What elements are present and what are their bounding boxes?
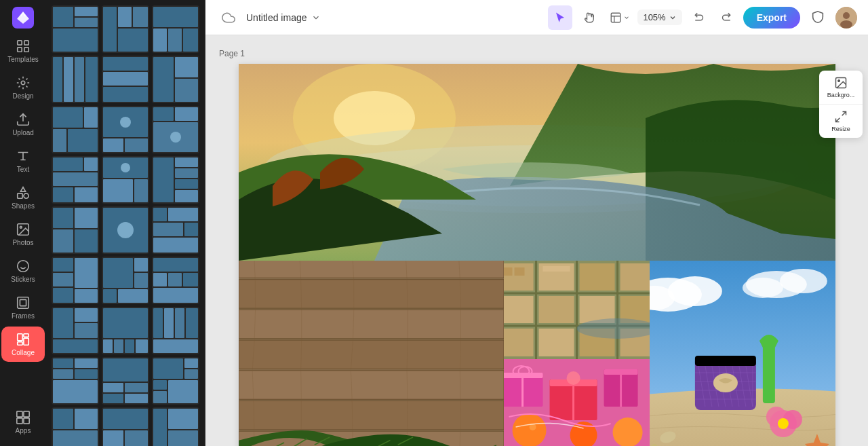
sidebar-item-upload-label: Upload [12,129,34,136]
canvas-cell-gifts[interactable] [504,359,650,446]
svg-rect-21 [53,7,73,27]
collage-template-21[interactable] [152,307,199,354]
svg-rect-130 [125,430,148,446]
canvas-cell-wood[interactable] [239,261,504,446]
canvas-top-image[interactable] [239,64,835,261]
background-button[interactable]: Backgro... [819,71,863,105]
collage-template-13[interactable] [52,206,99,254]
svg-rect-81 [75,258,98,288]
svg-rect-97 [75,323,98,338]
sidebar-item-upload[interactable]: Upload [1,107,45,142]
svg-rect-102 [125,339,134,353]
user-avatar[interactable] [835,7,857,29]
svg-point-10 [18,261,29,272]
resize-button[interactable]: Resize [819,105,863,138]
svg-rect-57 [53,172,98,186]
collage-template-24[interactable] [152,357,199,405]
sidebar-item-design[interactable]: Design [1,70,45,105]
cloud-save-button[interactable] [216,5,241,30]
svg-rect-89 [118,289,148,303]
svg-rect-72 [75,229,98,253]
svg-rect-94 [153,288,198,303]
collage-template-25[interactable] [52,407,99,446]
svg-rect-69 [53,208,73,228]
svg-rect-93 [183,273,198,286]
app-logo[interactable] [11,5,35,30]
collage-template-6[interactable] [152,56,199,103]
collage-template-14[interactable] [102,206,149,254]
svg-rect-103 [136,339,148,353]
svg-point-50 [120,117,131,128]
sidebar-item-text[interactable]: Text [1,143,45,179]
svg-rect-199 [695,356,756,366]
resize-icon [834,110,848,124]
collage-template-22[interactable] [52,357,99,405]
svg-rect-3 [18,48,22,52]
sidebar-item-photos[interactable]: Photos [1,217,45,252]
hand-tool-button[interactable] [578,5,602,30]
toolbar: Untitled image [205,0,868,35]
collage-template-2[interactable] [102,5,149,53]
svg-rect-31 [168,29,182,52]
collage-template-17[interactable] [102,257,149,304]
collage-template-19[interactable] [52,307,99,354]
canvas-cell-middle [504,261,650,446]
sidebar-item-shapes[interactable]: Shapes [1,180,45,215]
collage-template-5[interactable] [102,56,149,103]
shield-button[interactable] [806,5,830,30]
svg-rect-41 [175,57,198,77]
collage-template-20[interactable] [102,307,149,354]
svg-rect-37 [103,57,148,71]
collage-template-1[interactable] [52,5,99,53]
redo-button[interactable] [713,5,738,30]
document-title[interactable]: Untitled image [246,12,321,23]
svg-rect-13 [18,334,22,341]
svg-rect-109 [53,358,73,368]
canvas-cell-city[interactable] [504,261,650,359]
collage-template-10[interactable] [52,156,99,204]
collage-template-4[interactable] [52,56,99,103]
collage-template-23[interactable] [102,357,149,405]
collage-template-15[interactable] [152,206,199,254]
canvas-cell-beach[interactable] [650,261,835,446]
svg-rect-19 [17,418,22,424]
undo-button[interactable] [688,5,712,30]
collage-template-18[interactable] [152,257,199,304]
export-button[interactable]: Export [743,7,800,29]
collage-template-3[interactable] [152,5,199,53]
svg-rect-76 [168,208,198,221]
svg-rect-82 [53,273,73,286]
sidebar-item-apps[interactable]: Apps [1,405,45,440]
collage-template-7[interactable] [52,106,99,153]
svg-rect-149 [239,401,504,429]
canvas-area[interactable]: Page 1 [205,35,868,446]
svg-rect-38 [103,72,148,86]
svg-rect-45 [53,129,66,152]
sidebar-item-collage[interactable]: Collage [1,327,45,362]
svg-point-9 [20,226,22,228]
svg-rect-22 [75,7,98,16]
svg-point-63 [121,163,130,172]
sidebar: Templates Design Upload Text Shapes Phot… [0,0,46,446]
collage-template-11[interactable] [102,156,149,204]
layout-tool-button[interactable] [608,5,632,30]
collage-template-16[interactable] [52,257,99,304]
collage-template-9[interactable] [152,106,199,153]
collage-template-12[interactable] [152,156,199,204]
zoom-selector[interactable]: 105% [637,10,682,25]
collage-template-26[interactable] [102,407,149,446]
sidebar-item-templates[interactable]: Templates [1,33,45,69]
svg-rect-67 [175,179,198,189]
collage-template-8[interactable] [102,106,149,153]
svg-rect-144 [239,261,504,278]
chevron-down-icon [311,13,321,22]
collage-template-27[interactable] [152,407,199,446]
select-tool-button[interactable] [548,5,572,30]
svg-rect-120 [184,358,198,368]
sidebar-item-stickers[interactable]: Stickers [1,253,45,289]
sidebar-item-frames[interactable]: Frames [1,290,45,325]
svg-rect-75 [153,208,167,221]
sidebar-item-shapes-label: Shapes [12,202,35,210]
design-icon [16,75,31,90]
svg-rect-127 [53,430,98,446]
